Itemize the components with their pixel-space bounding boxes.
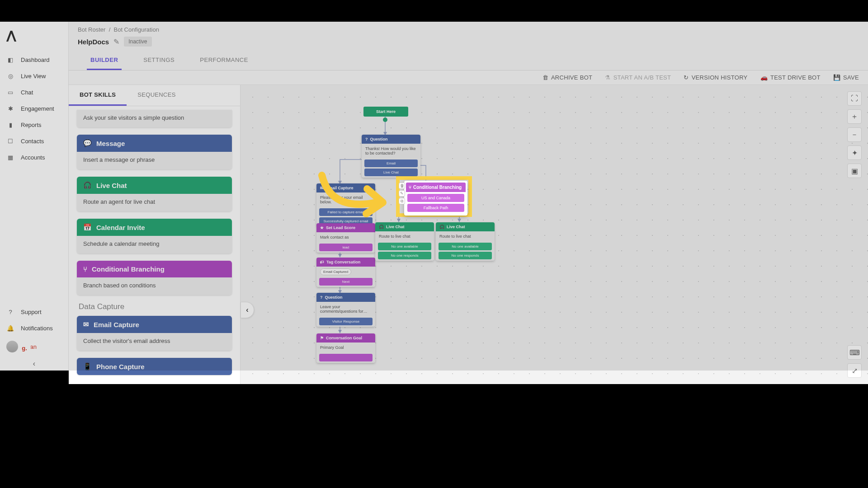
skill-title: Conditional Branching: [92, 265, 165, 273]
expand-button[interactable]: ⤢: [847, 363, 862, 378]
archive-icon: 🗑: [542, 74, 548, 81]
sidebar-item-reports[interactable]: ▮Reports: [0, 117, 68, 133]
branch-icon: ⑂: [83, 265, 87, 273]
skill-title: Calendar Invite: [96, 224, 145, 231]
sidebar-item-support[interactable]: ?Support: [0, 304, 68, 320]
skill-desc: Collect the visitor's email address: [77, 333, 232, 351]
node-duplicate-button[interactable]: ⧉: [399, 198, 405, 204]
sidebar-item-engagement[interactable]: ✱Engagement: [0, 100, 68, 117]
keyboard-button[interactable]: ⌨: [847, 345, 862, 360]
sidebar-item-dashboard[interactable]: ◧Dashboard: [0, 52, 68, 68]
sidebar-label: Reports: [21, 122, 42, 128]
skill-desc: Insert a message or phrase: [77, 152, 232, 169]
sidebar-label: Accounts: [21, 154, 45, 161]
collapse-sidebar[interactable]: ‹: [0, 357, 68, 371]
message-icon: 💬: [83, 139, 92, 147]
headset-icon: 🎧: [379, 225, 384, 229]
sidebar-label: Support: [21, 309, 42, 315]
bell-icon: 🔔: [6, 324, 14, 332]
skill-desc: Route an agent for live chat: [77, 194, 232, 211]
flask-icon: ⚗: [605, 74, 610, 81]
star-icon: ★: [320, 225, 324, 230]
skill-message[interactable]: 💬Message Insert a message or phrase: [77, 135, 232, 169]
mail-icon: ✉: [320, 186, 324, 190]
skill-desc: Branch based on conditions: [77, 277, 232, 295]
sidebar: ◧Dashboard ◎Live View ▭Chat ✱Engagement …: [0, 22, 69, 371]
liveview-icon: ◎: [6, 72, 14, 80]
auto-layout-button[interactable]: ✦: [847, 145, 862, 160]
main: Bot Roster / Bot Configuration HelpDocs …: [69, 22, 868, 371]
tab-builder[interactable]: BUILDER: [87, 51, 122, 70]
skill-title: Email Capture: [94, 321, 139, 328]
skill-live-chat[interactable]: 🎧Live Chat Route an agent for live chat: [77, 177, 232, 211]
branch-icon: ⑂: [409, 185, 411, 190]
node-live-chat-1[interactable]: 🎧Live Chat Route to live chat No one ava…: [375, 222, 434, 261]
start-connector: [383, 117, 387, 122]
action-bar: 🗑ARCHIVE BOT ⚗START AN A/B TEST ↻VERSION…: [69, 70, 868, 85]
dashboard-icon: ◧: [6, 56, 14, 64]
branch-option[interactable]: US and Canada: [407, 194, 464, 202]
status-badge: Inactive: [124, 37, 151, 47]
breadcrumb-current: Bot Configuration: [113, 26, 159, 33]
canvas[interactable]: Start Here ?Question Thanks! How would y…: [241, 85, 868, 384]
skill-conditional-branching[interactable]: ⑂Conditional Branching Branch based on c…: [77, 261, 232, 295]
node-live-chat-2[interactable]: 🎧Live Chat Route to live chat No one ava…: [436, 222, 495, 261]
sidebar-item-accounts[interactable]: ▦Accounts: [0, 149, 68, 165]
node-question-2[interactable]: ?Question Leave your comments/questions …: [316, 293, 375, 327]
history-icon: ↻: [684, 74, 689, 81]
version-history-button[interactable]: ↻VERSION HISTORY: [684, 74, 747, 81]
question-icon: ?: [320, 295, 323, 300]
fullscreen-button[interactable]: ⛶: [847, 91, 862, 106]
edit-title-button[interactable]: ✎: [113, 38, 119, 46]
archive-bot-button[interactable]: 🗑ARCHIVE BOT: [542, 74, 593, 81]
skill-question-partial[interactable]: Ask your site visitors a simple question: [77, 110, 232, 127]
skill-calendar-invite[interactable]: 📅Calendar Invite Schedule a calendar mee…: [77, 219, 232, 253]
node-conversation-goal[interactable]: ⚑Conversation Goal Primary Goal: [316, 333, 375, 363]
chat-icon: ▭: [6, 88, 14, 96]
test-drive-button[interactable]: 🚗TEST DRIVE BOT: [760, 74, 821, 81]
headset-icon: 🎧: [439, 225, 444, 229]
node-start[interactable]: Start Here: [363, 107, 408, 117]
node-edit-button[interactable]: ✎: [399, 190, 405, 197]
phone-icon: 📱: [83, 362, 92, 371]
skill-desc: Ask your site visitors a simple question: [77, 110, 232, 127]
engagement-icon: ✱: [6, 104, 14, 113]
sidebar-item-liveview[interactable]: ◎Live View: [0, 68, 68, 84]
sidebar-item-chat[interactable]: ▭Chat: [0, 84, 68, 100]
skills-panel: BOT SKILLS SEQUENCES Ask your site visit…: [69, 85, 241, 384]
zoom-in-button[interactable]: ＋: [847, 109, 862, 124]
g-badge: g.: [19, 343, 30, 353]
accounts-icon: ▦: [6, 153, 14, 161]
skill-title: Live Chat: [96, 182, 127, 189]
ab-test-button[interactable]: ⚗START AN A/B TEST: [605, 74, 671, 81]
tab-bot-skills[interactable]: BOT SKILLS: [69, 85, 127, 106]
fit-view-button[interactable]: ▣: [847, 164, 862, 178]
sidebar-label: Live View: [21, 73, 46, 80]
node-controls: 🗑 ✎ ⧉: [399, 183, 405, 204]
node-conditional-branching[interactable]: ⑂Conditional Branching US and Canada Fal…: [404, 181, 467, 216]
tab-sequences[interactable]: SEQUENCES: [127, 85, 186, 106]
skill-email-capture[interactable]: ✉Email Capture Collect the visitor's ema…: [77, 316, 232, 351]
logo: [0, 28, 68, 52]
tab-settings[interactable]: SETTINGS: [140, 51, 178, 70]
sidebar-label: Engagement: [21, 105, 54, 112]
tab-performance[interactable]: PERFORMANCE: [196, 51, 252, 70]
zoom-out-button[interactable]: －: [847, 127, 862, 142]
skill-phone-capture[interactable]: 📱Phone Capture: [77, 358, 232, 375]
save-button[interactable]: 💾SAVE: [833, 74, 859, 81]
node-delete-button[interactable]: 🗑: [399, 183, 405, 189]
reports-icon: ▮: [6, 121, 14, 129]
node-question-1[interactable]: ?Question Thanks! How would you like to …: [362, 135, 420, 178]
breadcrumb-root[interactable]: Bot Roster: [78, 26, 105, 33]
branch-option[interactable]: Fallback Path: [407, 204, 464, 212]
node-email-capture[interactable]: ✉Email Capture Please enter your email b…: [316, 183, 375, 226]
node-set-lead-score[interactable]: ★Set Lead Score Mark contact as lead: [316, 223, 375, 253]
node-tag-conversation[interactable]: 🏷Tag Conversation Email Captured Next: [316, 258, 375, 287]
page-title: HelpDocs: [78, 38, 109, 46]
user-row[interactable]: Ngan g.: [0, 336, 68, 357]
sidebar-item-notifications[interactable]: 🔔Notifications: [0, 320, 68, 336]
avatar: [6, 341, 18, 352]
sidebar-item-contacts[interactable]: ☐Contacts: [0, 133, 68, 149]
skill-title: Phone Capture: [96, 363, 145, 371]
car-icon: 🚗: [760, 74, 768, 81]
